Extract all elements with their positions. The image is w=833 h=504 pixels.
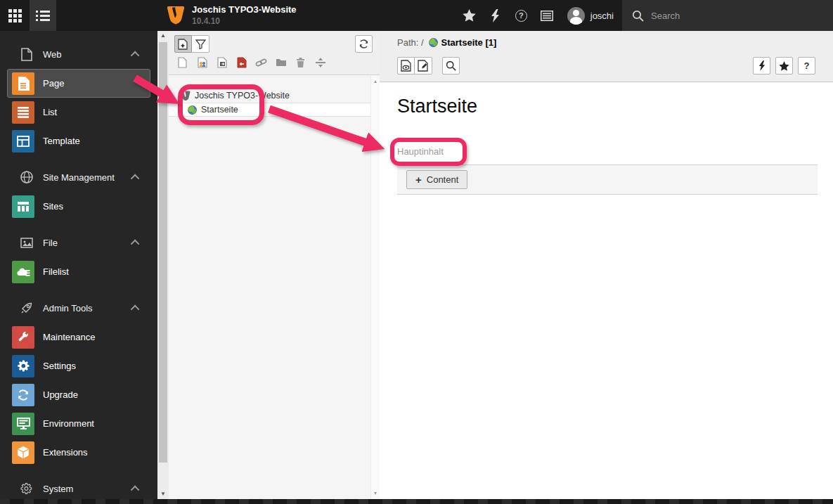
tree-scrollbar[interactable]: ▲ ▼ <box>370 76 380 499</box>
scroll-down-arrow[interactable]: ▼ <box>157 489 169 499</box>
list-module-icon <box>12 101 34 124</box>
page-tree-panel: Joschis TYPO3-Website Startseite ▲ ▼ <box>169 31 380 499</box>
module-group-header-site-management[interactable]: Site Management <box>0 162 157 192</box>
sidebar-item-page[interactable]: Page <box>7 69 150 98</box>
module-group-label: System <box>43 484 73 494</box>
topbar: Joschis TYPO3-Website 10.4.10 ? joschi <box>0 0 833 31</box>
scrollbar-thumb[interactable] <box>159 42 167 463</box>
page-module-content: Startseite Hauptinhalt + Content <box>380 82 833 195</box>
page-title: Startseite <box>397 95 818 117</box>
view-webpage-button[interactable] <box>397 57 415 75</box>
opendocs-button[interactable] <box>534 0 560 31</box>
module-group-header-file[interactable]: File <box>0 228 157 257</box>
clear-cache-button[interactable] <box>482 0 508 31</box>
sidebar-item-label: List <box>43 107 57 117</box>
module-group-label: Site Management <box>43 172 115 183</box>
tree-root-label: Joschis TYPO3-Website <box>195 91 290 101</box>
search-icon <box>632 10 644 22</box>
page-tree: Joschis TYPO3-Website Startseite <box>169 75 380 117</box>
module-group-system: System <box>0 474 157 499</box>
drag-folder-icon[interactable] <box>275 56 287 68</box>
sidebar-item-upgrade[interactable]: Upgrade <box>7 380 150 409</box>
bookmark-button[interactable] <box>456 0 482 31</box>
extensions-module-icon <box>12 441 34 464</box>
sidebar-item-label: Maintenance <box>43 332 95 342</box>
settings-module-icon <box>12 355 34 377</box>
scroll-up-arrow[interactable]: ▲ <box>157 31 169 41</box>
page-tree-toolbar <box>169 31 380 75</box>
tree-node-root[interactable]: Joschis TYPO3-Website <box>169 89 380 103</box>
scroll-down-arrow[interactable]: ▼ <box>371 489 380 498</box>
tree-refresh-button[interactable] <box>355 35 373 53</box>
drag-recycler-icon[interactable] <box>295 56 306 68</box>
apps-grid-button[interactable] <box>0 0 30 31</box>
bolt-icon <box>758 60 766 71</box>
docheader: Path: / Startseite [1] <box>380 31 833 82</box>
module-group-header-web[interactable]: Web <box>0 39 157 69</box>
tree-node-startseite[interactable]: Startseite <box>169 103 380 117</box>
module-group-file: File Filelist <box>0 228 157 286</box>
topbar-left <box>0 0 157 31</box>
chevron-up-icon <box>131 485 140 494</box>
sidebar-item-maintenance[interactable]: Maintenance <box>7 323 150 351</box>
page-globe-icon <box>429 38 438 47</box>
search-input[interactable] <box>651 11 806 21</box>
sidebar-item-list[interactable]: List <box>7 98 150 127</box>
new-page-drag-area <box>176 56 334 68</box>
chevron-up-icon <box>131 239 140 248</box>
path-label: Path: / <box>397 37 424 48</box>
path-page-ref: Startseite [1] <box>441 37 497 48</box>
module-group-label: Web <box>43 49 62 60</box>
upgrade-module-icon <box>12 384 34 406</box>
drag-external-link-icon[interactable] <box>255 56 267 68</box>
topbar-right: ? joschi <box>456 0 833 31</box>
sidebar-item-filelist[interactable]: Filelist <box>7 257 150 286</box>
tree-page-label: Startseite <box>201 105 238 115</box>
cache-actions-button[interactable] <box>753 57 770 75</box>
new-page-toggle-button[interactable] <box>174 35 192 53</box>
globe-icon <box>20 171 33 184</box>
user-menu[interactable]: joschi <box>560 0 622 31</box>
edit-page-properties-button[interactable] <box>415 57 432 75</box>
drag-page-spacer-icon[interactable] <box>235 56 247 68</box>
avatar <box>567 7 585 25</box>
sidebar-item-sites[interactable]: Sites <box>7 192 150 221</box>
drag-page-mountpoint-icon[interactable] <box>216 56 228 68</box>
docheader-help-button[interactable]: ? <box>798 57 815 75</box>
breadcrumb: Path: / Startseite [1] <box>397 31 815 48</box>
bolt-icon <box>491 9 500 22</box>
site-title-block: Joschis TYPO3-Website 10.4.10 <box>192 4 297 26</box>
docheader-search-button[interactable] <box>442 57 460 75</box>
module-group-label: Admin Tools <box>43 303 93 314</box>
module-group-web: Web Page List Template <box>0 39 157 155</box>
sidebar-item-settings[interactable]: Settings <box>7 351 150 380</box>
sidebar-item-extensions[interactable]: Extensions <box>7 438 150 467</box>
bookmark-star-icon <box>779 61 789 71</box>
module-menu-toggle-button[interactable] <box>30 0 56 31</box>
drag-divider-icon[interactable] <box>314 56 326 68</box>
module-group-header-system[interactable]: System <box>0 474 157 499</box>
sidebar-item-template[interactable]: Template <box>7 127 150 155</box>
module-group-site: Site Management Sites <box>0 162 157 221</box>
new-page-icon <box>178 39 188 50</box>
module-group-header-admin-tools[interactable]: Admin Tools <box>0 293 157 323</box>
drag-new-page-icon[interactable] <box>176 56 188 68</box>
page-globe-icon <box>188 105 197 115</box>
maintenance-module-icon <box>12 326 34 349</box>
scroll-up-arrow[interactable]: ▲ <box>371 77 380 86</box>
drag-page-users-icon[interactable] <box>196 56 208 68</box>
chevron-up-icon <box>131 304 140 314</box>
module-menu: Web Page List Template Site Ma <box>0 31 157 499</box>
typo3-logo <box>167 6 185 25</box>
help-button[interactable]: ? <box>508 0 534 31</box>
sidebar-item-environment[interactable]: Environment <box>7 409 150 438</box>
add-content-button[interactable]: + Content <box>406 170 467 189</box>
tree-filter-button[interactable] <box>192 35 209 53</box>
sidebar-item-label: Settings <box>43 361 76 371</box>
bookmark-page-button[interactable] <box>775 57 793 75</box>
gear-icon <box>20 482 33 496</box>
content-area: Path: / Startseite [1] <box>380 31 833 499</box>
module-group-admin: Admin Tools Maintenance Settings Upgrade <box>0 293 157 467</box>
sidebar-scrollbar[interactable]: ▲ ▼ <box>157 31 169 499</box>
sidebar-item-label: Page <box>43 78 64 89</box>
